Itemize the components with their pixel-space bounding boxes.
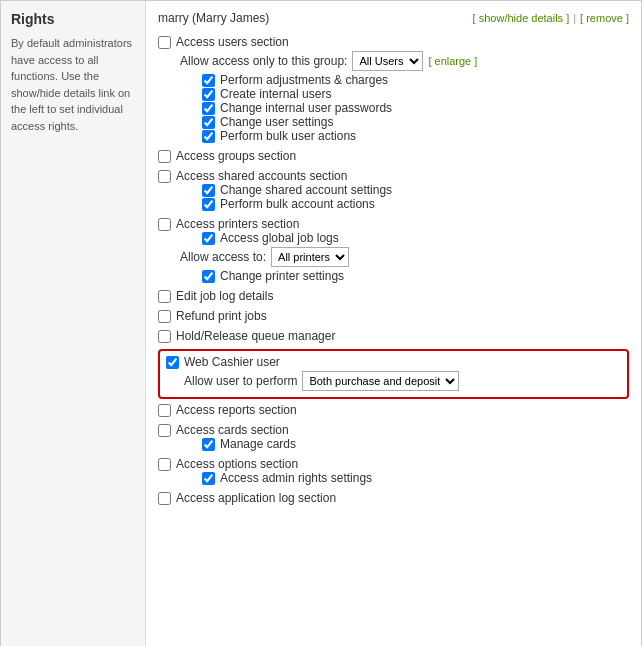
change-shared-account-row[interactable]: Change shared account settings bbox=[202, 183, 629, 197]
access-options-section: Access options section Access admin righ… bbox=[158, 457, 629, 485]
access-application-log-label: Access application log section bbox=[176, 491, 336, 505]
access-application-log-checkbox[interactable] bbox=[158, 492, 171, 505]
perform-bulk-user-label: Perform bulk user actions bbox=[220, 129, 356, 143]
edit-job-log-row[interactable]: Edit job log details bbox=[158, 289, 629, 303]
access-global-job-label: Access global job logs bbox=[220, 231, 339, 245]
allow-access-only-label: Allow access only to this group: bbox=[180, 54, 347, 68]
hold-release-section: Hold/Release queue manager bbox=[158, 329, 629, 343]
perform-bulk-account-checkbox[interactable] bbox=[202, 198, 215, 211]
user-name: marry (Marry James) bbox=[158, 11, 269, 25]
enlarge-link[interactable]: [ enlarge ] bbox=[428, 55, 477, 67]
access-options-label: Access options section bbox=[176, 457, 298, 471]
access-users-checkbox[interactable] bbox=[158, 36, 171, 49]
change-shared-account-checkbox[interactable] bbox=[202, 184, 215, 197]
refund-print-checkbox[interactable] bbox=[158, 310, 171, 323]
access-global-job-checkbox[interactable] bbox=[202, 232, 215, 245]
access-printers-section: Access printers section Access global jo… bbox=[158, 217, 629, 283]
change-internal-passwords-checkbox[interactable] bbox=[202, 102, 215, 115]
printers-sub: Access global job logs bbox=[202, 231, 629, 245]
access-groups-row[interactable]: Access groups section bbox=[158, 149, 629, 163]
access-groups-label: Access groups section bbox=[176, 149, 296, 163]
perform-adjustments-row[interactable]: Perform adjustments & charges bbox=[202, 73, 629, 87]
sidebar-description: By default administrators have access to… bbox=[11, 35, 135, 134]
hold-release-row[interactable]: Hold/Release queue manager bbox=[158, 329, 629, 343]
access-admin-rights-row[interactable]: Access admin rights settings bbox=[202, 471, 629, 485]
change-internal-passwords-row[interactable]: Change internal user passwords bbox=[202, 101, 629, 115]
edit-job-log-label: Edit job log details bbox=[176, 289, 273, 303]
allow-user-perform-label: Allow user to perform bbox=[184, 374, 297, 388]
create-internal-users-label: Create internal users bbox=[220, 87, 331, 101]
change-printer-settings-row[interactable]: Change printer settings bbox=[202, 269, 629, 283]
web-cashier-box: Web Cashier user Allow user to perform B… bbox=[158, 349, 629, 399]
edit-job-log-section: Edit job log details bbox=[158, 289, 629, 303]
allow-user-perform-row: Allow user to perform Both purchase and … bbox=[184, 369, 621, 393]
both-purchase-select[interactable]: Both purchase and deposit bbox=[302, 371, 459, 391]
user-header: marry (Marry James) [ show/hide details … bbox=[158, 11, 629, 25]
perform-bulk-account-row[interactable]: Perform bulk account actions bbox=[202, 197, 629, 211]
change-printer-settings-label: Change printer settings bbox=[220, 269, 344, 283]
change-internal-passwords-label: Change internal user passwords bbox=[220, 101, 392, 115]
access-groups-checkbox[interactable] bbox=[158, 150, 171, 163]
web-cashier-label: Web Cashier user bbox=[184, 355, 280, 369]
access-printers-checkbox[interactable] bbox=[158, 218, 171, 231]
printer-settings-sub: Change printer settings bbox=[202, 269, 629, 283]
all-users-select[interactable]: All Users bbox=[352, 51, 423, 71]
create-internal-users-row[interactable]: Create internal users bbox=[202, 87, 629, 101]
refund-print-row[interactable]: Refund print jobs bbox=[158, 309, 629, 323]
access-shared-section: Access shared accounts section Change sh… bbox=[158, 169, 629, 211]
show-hide-details-link[interactable]: [ show/hide details ] bbox=[473, 12, 570, 24]
allow-access-to-row: Allow access to: All printers bbox=[180, 245, 629, 269]
main-content: marry (Marry James) [ show/hide details … bbox=[146, 1, 641, 646]
manage-cards-label: Manage cards bbox=[220, 437, 296, 451]
perform-bulk-user-checkbox[interactable] bbox=[202, 130, 215, 143]
access-shared-row[interactable]: Access shared accounts section bbox=[158, 169, 629, 183]
perform-bulk-user-row[interactable]: Perform bulk user actions bbox=[202, 129, 629, 143]
manage-cards-checkbox[interactable] bbox=[202, 438, 215, 451]
hold-release-checkbox[interactable] bbox=[158, 330, 171, 343]
sidebar-title: Rights bbox=[11, 11, 135, 27]
change-printer-settings-checkbox[interactable] bbox=[202, 270, 215, 283]
access-groups-section: Access groups section bbox=[158, 149, 629, 163]
access-reports-section: Access reports section bbox=[158, 403, 629, 417]
manage-cards-row[interactable]: Manage cards bbox=[202, 437, 629, 451]
web-cashier-row[interactable]: Web Cashier user bbox=[166, 355, 621, 369]
refund-print-label: Refund print jobs bbox=[176, 309, 267, 323]
access-reports-row[interactable]: Access reports section bbox=[158, 403, 629, 417]
access-users-label: Access users section bbox=[176, 35, 289, 49]
access-cards-label: Access cards section bbox=[176, 423, 289, 437]
shared-accounts-sub: Change shared account settings Perform b… bbox=[202, 183, 629, 211]
options-sub: Access admin rights settings bbox=[202, 471, 629, 485]
change-user-settings-row[interactable]: Change user settings bbox=[202, 115, 629, 129]
access-options-row[interactable]: Access options section bbox=[158, 457, 629, 471]
access-users-sub: Perform adjustments & charges Create int… bbox=[202, 73, 629, 143]
access-reports-checkbox[interactable] bbox=[158, 404, 171, 417]
access-users-row[interactable]: Access users section bbox=[158, 35, 629, 49]
access-admin-rights-checkbox[interactable] bbox=[202, 472, 215, 485]
access-printers-row[interactable]: Access printers section bbox=[158, 217, 629, 231]
access-application-log-row[interactable]: Access application log section bbox=[158, 491, 629, 505]
edit-job-log-checkbox[interactable] bbox=[158, 290, 171, 303]
sidebar: Rights By default administrators have ac… bbox=[1, 1, 146, 646]
cards-sub: Manage cards bbox=[202, 437, 629, 451]
access-application-log-section: Access application log section bbox=[158, 491, 629, 505]
perform-adjustments-checkbox[interactable] bbox=[202, 74, 215, 87]
remove-link[interactable]: [ remove ] bbox=[580, 12, 629, 24]
access-shared-checkbox[interactable] bbox=[158, 170, 171, 183]
web-cashier-checkbox[interactable] bbox=[166, 356, 179, 369]
access-printers-label: Access printers section bbox=[176, 217, 299, 231]
access-cards-row[interactable]: Access cards section bbox=[158, 423, 629, 437]
access-options-checkbox[interactable] bbox=[158, 458, 171, 471]
change-user-settings-checkbox[interactable] bbox=[202, 116, 215, 129]
access-cards-checkbox[interactable] bbox=[158, 424, 171, 437]
access-users-section: Access users section Allow access only t… bbox=[158, 35, 629, 143]
user-actions: [ show/hide details ] | [ remove ] bbox=[473, 12, 629, 24]
access-shared-label: Access shared accounts section bbox=[176, 169, 347, 183]
create-internal-users-checkbox[interactable] bbox=[202, 88, 215, 101]
allow-access-only-row: Allow access only to this group: All Use… bbox=[180, 49, 629, 73]
access-global-job-row[interactable]: Access global job logs bbox=[202, 231, 629, 245]
access-reports-label: Access reports section bbox=[176, 403, 297, 417]
perform-adjustments-label: Perform adjustments & charges bbox=[220, 73, 388, 87]
access-cards-section: Access cards section Manage cards bbox=[158, 423, 629, 451]
change-shared-account-label: Change shared account settings bbox=[220, 183, 392, 197]
all-printers-select[interactable]: All printers bbox=[271, 247, 349, 267]
